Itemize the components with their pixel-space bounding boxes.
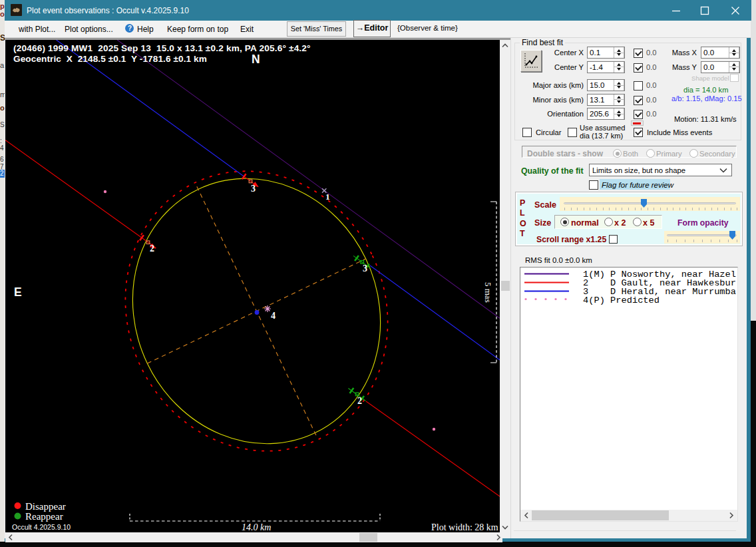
svg-text:Reappear: Reappear — [25, 511, 63, 522]
svg-text:14.0 km: 14.0 km — [242, 522, 271, 532]
svg-text:2: 2 — [150, 244, 154, 254]
svg-text:Disappear: Disappear — [25, 501, 66, 512]
svg-text:4(P) Predicted: 4(P) Predicted — [583, 295, 660, 305]
svg-text:Geocentric X 2148.5 ±0.1 Y: Geocentric X 2148.5 ±0.1 Y -1781.6 ±0.1 … — [13, 54, 207, 64]
svg-text:E: E — [14, 285, 22, 299]
svg-text:3: 3 — [363, 264, 367, 274]
svg-text:Plot width: 28 km: Plot width: 28 km — [431, 522, 498, 532]
svg-text:Occult 4.2025.9.10: Occult 4.2025.9.10 — [12, 523, 71, 531]
svg-text:5 mas: 5 mas — [483, 282, 493, 303]
svg-text:2: 2 — [357, 396, 362, 406]
svg-text:N: N — [252, 53, 260, 66]
svg-text:3: 3 — [251, 184, 256, 194]
svg-text:4: 4 — [271, 311, 276, 321]
svg-text:(20466) 1999 MW1 2025 Sep 13: (20466) 1999 MW1 2025 Sep 13 15.0 x 13.1… — [13, 43, 311, 53]
svg-text:1: 1 — [325, 192, 330, 202]
